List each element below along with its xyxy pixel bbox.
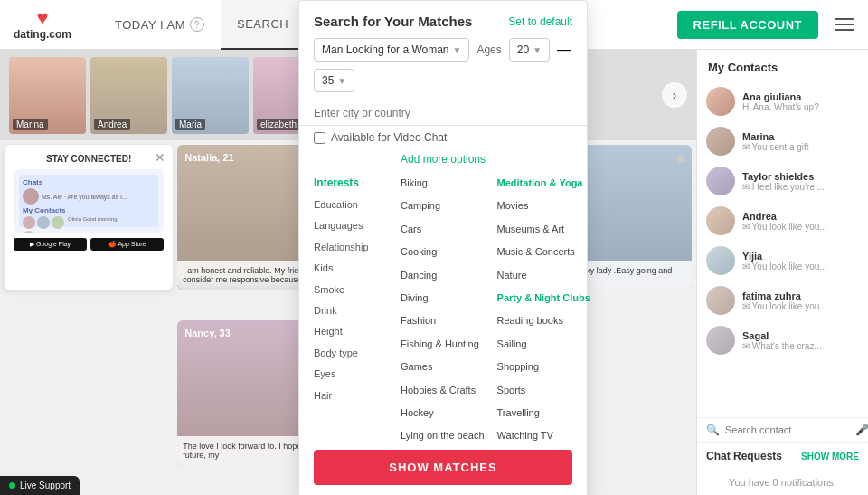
tag-reading[interactable]: Reading books [492, 310, 596, 331]
contact-item[interactable]: Ana giuliana Hi Ana. What's up? [697, 81, 868, 121]
tag-watching[interactable]: Watching TV [492, 425, 596, 446]
main-content: Marina Andrea Maria elizabeth A L C Joha… [0, 50, 868, 495]
nav-today[interactable]: TODAY I AM ? [99, 0, 221, 50]
microphone-icon: 🎤 [855, 424, 868, 436]
video-chat-label: Available for Video Chat [331, 131, 447, 144]
sidebar-search: 🔍 🎤 [697, 417, 868, 443]
contact-name: Marina [742, 131, 859, 142]
looking-for-select[interactable]: Man Looking for a Woman ▼ [314, 38, 469, 62]
contact-msg: ✉ You look like you... [742, 222, 859, 232]
profile-thumb[interactable]: Marina [9, 57, 86, 134]
age-to-select[interactable]: 35 ▼ [314, 69, 354, 92]
contact-msg: ✉ You look like you... [742, 262, 859, 271]
live-support[interactable]: Live Support [0, 476, 80, 495]
avatar [706, 167, 735, 195]
tag-music[interactable]: Music & Concerts [492, 242, 596, 262]
app-preview: Chats Ms. Ale · Are you always as l... M… [14, 169, 164, 233]
category-kids[interactable]: Kids [308, 258, 390, 279]
sidebar-title: My Contacts [697, 50, 868, 81]
contact-item[interactable]: Sagal ✉ What's the craz... [697, 320, 868, 360]
tag-hockey[interactable]: Hockey [395, 403, 490, 424]
contact-list: Ana giuliana Hi Ana. What's up? Marina ✉… [697, 81, 868, 417]
video-chat-checkbox[interactable] [314, 132, 326, 144]
google-play-button[interactable]: ▶ Google Play [14, 238, 87, 251]
contact-item[interactable]: fatima zuhra ✉ You look like you... [697, 281, 868, 320]
contact-item[interactable]: Taylor shieldes ✉ I feel like you're ... [697, 161, 868, 201]
tag-dancing[interactable]: Dancing [395, 265, 490, 286]
category-relationship[interactable]: Relationship [308, 237, 390, 258]
profile-thumb[interactable]: Andrea [90, 57, 167, 134]
chat-requests: Chat Requests SHOW MORE [697, 443, 868, 470]
tag-cars[interactable]: Cars [395, 219, 490, 240]
city-input[interactable] [299, 101, 587, 126]
close-icon[interactable]: ✕ [155, 150, 165, 165]
help-icon[interactable]: ? [190, 17, 204, 32]
contact-name: Andrea [742, 211, 859, 222]
contact-item[interactable]: Marina ✉ You sent a gift [697, 121, 868, 161]
sidebar: My Contacts Ana giuliana Hi Ana. What's … [696, 50, 868, 495]
hamburger-menu[interactable] [835, 18, 854, 31]
tag-camping[interactable]: Camping [395, 195, 490, 216]
category-smoke[interactable]: Smoke [308, 280, 390, 300]
tag-sports[interactable]: Sports [492, 380, 596, 401]
search-contact-input[interactable] [725, 424, 850, 435]
contact-msg: ✉ I feel like you're ... [742, 182, 859, 192]
category-eyes[interactable]: Eyes [308, 364, 390, 385]
tag-travelling[interactable]: Travelling [492, 403, 596, 424]
contact-name: fatima zuhra [742, 290, 859, 301]
stay-connected-title: STAY CONNECTED! [14, 154, 164, 164]
stay-connected-card: ✕ STAY CONNECTED! Chats Ms. Ale · Are yo… [5, 145, 173, 290]
add-more-options-link[interactable]: Add more options [299, 149, 587, 169]
logo[interactable]: ♥ dating.com [14, 8, 71, 41]
video-chat-filter: Available for Video Chat [299, 126, 587, 149]
empty-cell [5, 320, 173, 465]
search-icon: 🔍 [706, 424, 720, 436]
interests-label: Interests [308, 173, 390, 195]
profile-thumb[interactable]: Maria [172, 57, 249, 134]
tag-biking[interactable]: Biking [395, 173, 490, 194]
panel-title: Search for Your Matches [314, 14, 472, 29]
tag-nature[interactable]: Nature [492, 265, 596, 286]
refill-account-button[interactable]: REFILL ACCOUNT [677, 11, 818, 39]
avatar [706, 286, 735, 315]
interests-categories: Interests Education Languages Relationsh… [308, 173, 390, 435]
tag-diving[interactable]: Diving [395, 288, 490, 309]
tag-meditation[interactable]: Meditation & Yoga [492, 173, 596, 194]
strip-next-arrow[interactable]: › [662, 82, 687, 108]
tag-fashion[interactable]: Fashion [395, 310, 490, 331]
notifications-text: You have 0 notifications. [697, 470, 868, 495]
show-matches-button[interactable]: SHOW MATCHES [314, 450, 572, 485]
category-hair[interactable]: Hair [308, 386, 390, 406]
tag-party[interactable]: Party & Night Clubs [492, 288, 596, 309]
category-height[interactable]: Height [308, 321, 390, 342]
filter-row: Man Looking for a Woman ▼ Ages 20 ▼ — 35… [299, 38, 587, 101]
contact-msg: ✉ What's the craz... [742, 341, 859, 351]
category-education[interactable]: Education [308, 195, 390, 215]
contact-name: Yijia [742, 251, 859, 262]
category-drink[interactable]: Drink [308, 300, 390, 321]
tag-museums[interactable]: Museums & Art [492, 219, 596, 240]
set-default-link[interactable]: Set to default [508, 15, 572, 28]
show-more-button[interactable]: SHOW MORE [801, 452, 859, 462]
tag-cooking[interactable]: Cooking [395, 242, 490, 262]
contact-item[interactable]: Yijia ✉ You look like you... [697, 241, 868, 281]
nav-search[interactable]: SEARCH [221, 0, 305, 50]
contact-name: Ana giuliana [742, 91, 859, 102]
heart-icon: ♥ [36, 8, 48, 28]
tag-sailing[interactable]: Sailing [492, 334, 596, 355]
tag-shopping[interactable]: Shopping [492, 357, 596, 377]
interests-area: Interests Education Languages Relationsh… [299, 173, 587, 444]
category-languages[interactable]: Languages [308, 215, 390, 236]
logo-text: dating.com [14, 28, 71, 41]
tag-fishing[interactable]: Fishing & Hunting [395, 334, 490, 355]
tag-lying[interactable]: Lying on the beach [395, 425, 490, 446]
category-body-type[interactable]: Body type [308, 343, 390, 364]
tag-movies[interactable]: Movies [492, 195, 596, 216]
tag-hobbies[interactable]: Hobbies & Crafts [395, 380, 490, 401]
contact-msg: ✉ You look like you... [742, 301, 859, 311]
contact-item[interactable]: Andrea ✉ You look like you... [697, 201, 868, 241]
tag-games[interactable]: Games [395, 357, 490, 377]
app-store-button[interactable]: 🍎 App Store [90, 238, 164, 251]
avatar [706, 326, 735, 355]
age-from-select[interactable]: 20 ▼ [509, 38, 550, 62]
